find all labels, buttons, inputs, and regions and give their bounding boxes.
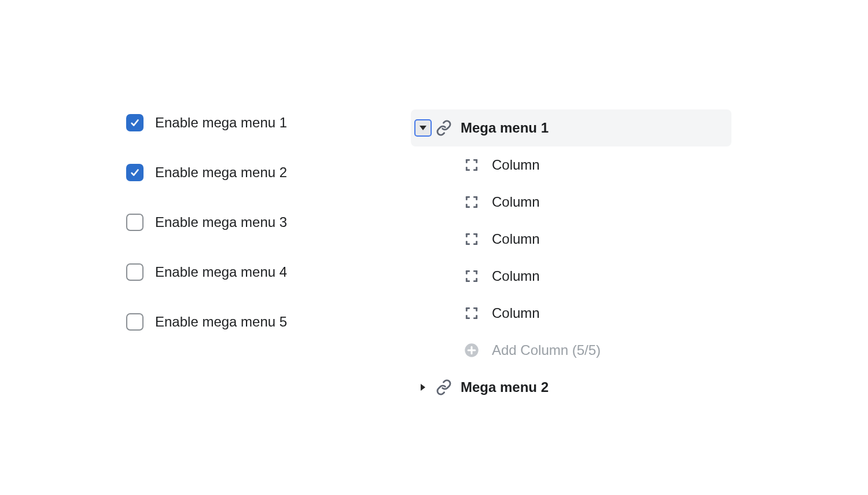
plus-circle-icon xyxy=(463,342,480,359)
tree-child-column[interactable]: Column xyxy=(411,295,731,332)
checkbox-label: Enable mega menu 4 xyxy=(155,264,287,281)
tree-child-label: Column xyxy=(492,157,540,173)
mega-menu-tree: Mega menu 1 Column Column xyxy=(411,109,731,406)
checkbox-check-icon xyxy=(126,114,144,131)
caret-down-icon xyxy=(420,126,426,130)
disclosure-toggle[interactable] xyxy=(414,379,432,396)
checkbox-enable-mega-menu-1[interactable]: Enable mega menu 1 xyxy=(126,112,358,133)
link-icon xyxy=(435,119,453,137)
section-icon xyxy=(463,193,480,211)
disclosure-toggle[interactable] xyxy=(414,119,432,137)
checkbox-empty-icon xyxy=(126,263,144,281)
tree-child-label: Column xyxy=(492,305,540,321)
checkbox-enable-mega-menu-3[interactable]: Enable mega menu 3 xyxy=(126,212,358,233)
section-icon xyxy=(463,267,480,285)
checkbox-check-icon xyxy=(126,164,144,181)
tree-child-label: Column xyxy=(492,268,540,284)
add-column-label: Add Column (5/5) xyxy=(492,342,601,358)
link-icon xyxy=(435,379,453,396)
checkbox-label: Enable mega menu 3 xyxy=(155,214,287,231)
checkbox-label: Enable mega menu 5 xyxy=(155,314,287,331)
checkbox-enable-mega-menu-4[interactable]: Enable mega menu 4 xyxy=(126,262,358,283)
section-icon xyxy=(463,230,480,248)
checkbox-label: Enable mega menu 1 xyxy=(155,115,287,131)
tree-child-column[interactable]: Column xyxy=(411,258,731,295)
checkbox-empty-icon xyxy=(126,214,144,231)
section-icon xyxy=(463,156,480,174)
tree-item-mega-menu-2[interactable]: Mega menu 2 xyxy=(411,369,731,406)
tree-child-label: Column xyxy=(492,194,540,210)
tree-child-column[interactable]: Column xyxy=(411,146,731,184)
caret-right-icon xyxy=(421,384,425,391)
add-column-button: Add Column (5/5) xyxy=(411,332,731,369)
tree-item-label: Mega menu 1 xyxy=(461,120,549,136)
tree-item-label: Mega menu 2 xyxy=(461,379,549,395)
tree-child-column[interactable]: Column xyxy=(411,221,731,258)
checkbox-enable-mega-menu-2[interactable]: Enable mega menu 2 xyxy=(126,162,358,183)
checkbox-enable-mega-menu-5[interactable]: Enable mega menu 5 xyxy=(126,311,358,332)
tree-child-column[interactable]: Column xyxy=(411,184,731,221)
checkbox-empty-icon xyxy=(126,313,144,331)
tree-child-label: Column xyxy=(492,231,540,247)
tree-item-mega-menu-1[interactable]: Mega menu 1 xyxy=(411,109,731,146)
enable-mega-menu-list: Enable mega menu 1 Enable mega menu 2 En… xyxy=(126,112,358,361)
checkbox-label: Enable mega menu 2 xyxy=(155,164,287,181)
section-icon xyxy=(463,305,480,322)
